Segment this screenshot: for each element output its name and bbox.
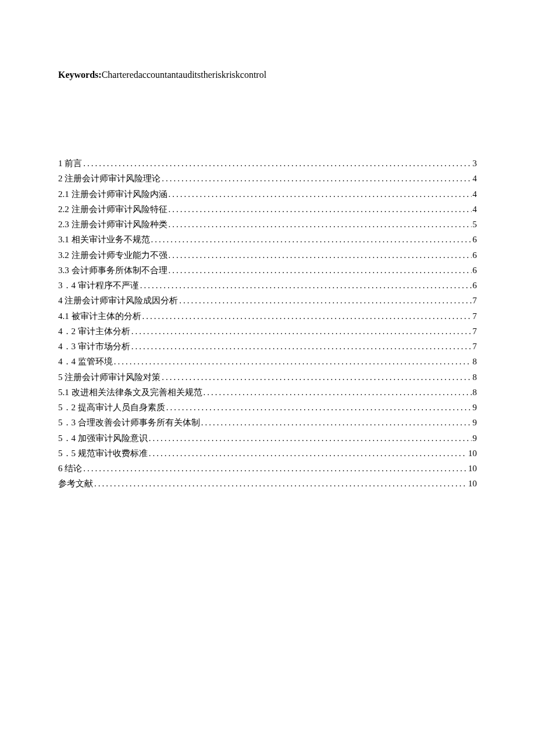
toc-entry: 2.1 注册会计师审计风险内涵4 xyxy=(58,187,477,202)
toc-page: 6 xyxy=(473,263,477,278)
toc-page: 4 xyxy=(473,187,477,202)
toc-entry: 2.3 注册会计师审计风险种类5 xyxy=(58,217,477,232)
toc-page: 7 xyxy=(473,324,477,339)
toc-page: 5 xyxy=(473,217,477,232)
toc-title: 3.1 相关审计业务不规范 xyxy=(58,232,150,247)
toc-page: 7 xyxy=(473,309,477,324)
toc-title: 2.2 注册会计师审计风险特征 xyxy=(58,202,167,217)
toc-title: 参考文献 xyxy=(58,476,93,491)
toc-entry: 1 前言3 xyxy=(58,156,477,171)
toc-title: 4 注册会计师审计风险成因分析 xyxy=(58,293,178,308)
toc-page: 10 xyxy=(468,461,477,476)
toc-page: 3 xyxy=(473,156,477,171)
toc-dots xyxy=(169,202,472,217)
toc-dots xyxy=(140,278,472,293)
toc-title: 4.1 被审计主体的分析 xyxy=(58,309,141,324)
toc-page: 10 xyxy=(468,446,477,461)
toc-entry: 5．5 规范审计收费标准10 xyxy=(58,446,477,461)
toc-entry: 4 注册会计师审计风险成因分析7 xyxy=(58,293,477,308)
table-of-contents: 1 前言3 2 注册会计师审计风险理论4 2.1 注册会计师审计风险内涵4 2.… xyxy=(58,156,477,492)
toc-dots xyxy=(201,415,472,430)
toc-dots xyxy=(169,263,472,278)
toc-dots xyxy=(142,309,472,324)
toc-entry: 3.1 相关审计业务不规范6 xyxy=(58,232,477,247)
toc-dots xyxy=(162,370,471,385)
toc-page: 8 xyxy=(473,354,477,369)
toc-page: 6 xyxy=(473,278,477,293)
toc-title: 5．2 提高审计人员自身素质 xyxy=(58,400,165,415)
toc-entry: 4．4 监管环境8 xyxy=(58,354,477,369)
toc-dots xyxy=(169,187,472,202)
toc-dots xyxy=(169,248,472,263)
toc-title: 3．4 审计程序不严谨 xyxy=(58,278,139,293)
keywords-value: Charteredaccountantauditstheriskriskcont… xyxy=(102,70,266,80)
toc-dots xyxy=(204,385,472,400)
toc-entry: 参考文献10 xyxy=(58,476,477,491)
toc-dots xyxy=(94,476,467,491)
toc-dots xyxy=(83,461,467,476)
toc-entry: 3．4 审计程序不严谨6 xyxy=(58,278,477,293)
toc-page: 4 xyxy=(473,171,477,186)
toc-entry: 4．3 审计市场分析7 xyxy=(58,339,477,354)
toc-title: 3.2 注册会计师专业能力不强 xyxy=(58,248,167,263)
toc-dots xyxy=(83,156,471,171)
toc-page: 4 xyxy=(473,202,477,217)
toc-entry: 4．2 审计主体分析7 xyxy=(58,324,477,339)
keywords-label: Keywords: xyxy=(58,70,102,80)
toc-title: 5 注册会计师审计风险对策 xyxy=(58,370,160,385)
toc-title: 5．3 合理改善会计师事务所有关体制 xyxy=(58,415,200,430)
toc-entry: 5 注册会计师审计风险对策8 xyxy=(58,370,477,385)
toc-entry: 2 注册会计师审计风险理论4 xyxy=(58,171,477,186)
toc-page: 6 xyxy=(473,232,477,247)
toc-dots xyxy=(149,446,467,461)
toc-dots xyxy=(151,232,472,247)
toc-entry: 4.1 被审计主体的分析7 xyxy=(58,309,477,324)
toc-entry: 5．4 加强审计风险意识9 xyxy=(58,431,477,446)
toc-title: 5．4 加强审计风险意识 xyxy=(58,431,148,446)
toc-entry: 3.2 注册会计师专业能力不强6 xyxy=(58,248,477,263)
toc-title: 6 结论 xyxy=(58,461,82,476)
toc-entry: 6 结论10 xyxy=(58,461,477,476)
toc-page: 7 xyxy=(473,293,477,308)
toc-dots xyxy=(114,354,472,369)
toc-title: 4．4 监管环境 xyxy=(58,354,113,369)
toc-page: 6 xyxy=(473,248,477,263)
toc-dots xyxy=(131,339,472,354)
toc-title: 1 前言 xyxy=(58,156,82,171)
toc-title: 4．3 审计市场分析 xyxy=(58,339,130,354)
toc-entry: 5．2 提高审计人员自身素质9 xyxy=(58,400,477,415)
toc-dots xyxy=(169,217,472,232)
toc-page: 7 xyxy=(473,339,477,354)
toc-dots xyxy=(166,400,472,415)
toc-dots xyxy=(162,171,471,186)
toc-page: 9 xyxy=(473,415,477,430)
toc-dots xyxy=(179,293,471,308)
toc-entry: 5.1 改进相关法律条文及完善相关规范8 xyxy=(58,385,477,400)
toc-page: 9 xyxy=(473,400,477,415)
toc-entry: 5．3 合理改善会计师事务所有关体制9 xyxy=(58,415,477,430)
toc-title: 5.1 改进相关法律条文及完善相关规范 xyxy=(58,385,202,400)
keywords-line: Keywords:Charteredaccountantauditstheris… xyxy=(58,70,477,80)
toc-title: 3.3 会计师事务所体制不合理 xyxy=(58,263,167,278)
toc-entry: 2.2 注册会计师审计风险特征4 xyxy=(58,202,477,217)
toc-entry: 3.3 会计师事务所体制不合理6 xyxy=(58,263,477,278)
toc-title: 2.1 注册会计师审计风险内涵 xyxy=(58,187,167,202)
toc-page: 8 xyxy=(473,385,477,400)
toc-page: 8 xyxy=(473,370,477,385)
toc-dots xyxy=(131,324,472,339)
toc-title: 2.3 注册会计师审计风险种类 xyxy=(58,217,167,232)
toc-dots xyxy=(149,431,472,446)
toc-title: 5．5 规范审计收费标准 xyxy=(58,446,148,461)
toc-title: 2 注册会计师审计风险理论 xyxy=(58,171,160,186)
toc-page: 9 xyxy=(473,431,477,446)
toc-page: 10 xyxy=(468,476,477,491)
toc-title: 4．2 审计主体分析 xyxy=(58,324,130,339)
